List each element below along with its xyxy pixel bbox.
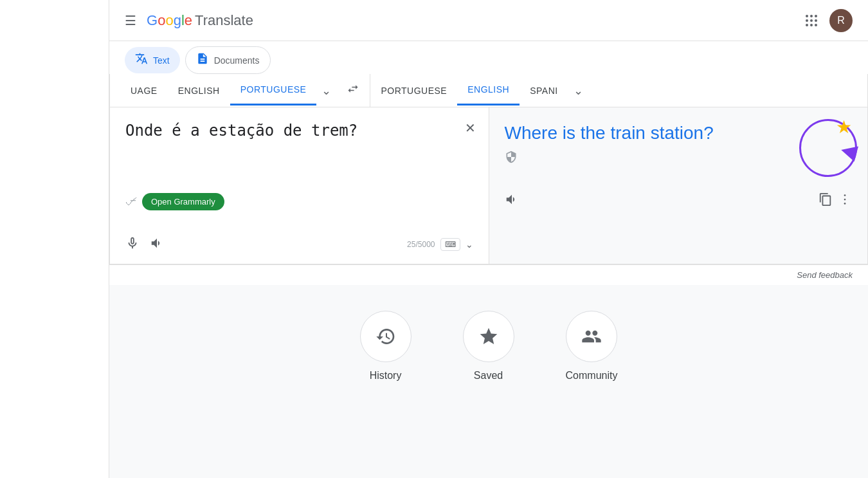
documents-icon (196, 52, 209, 68)
feedback-link[interactable]: Send feedback (797, 270, 853, 280)
logo-translate: Translate (195, 12, 253, 29)
grid-icon[interactable] (804, 13, 819, 28)
right-langs: PORTUGUESE ENGLISH SPANI ⌄ (370, 75, 588, 106)
tab-text[interactable]: Text (125, 47, 180, 73)
target-panel: Where is the train station? ★ ◀ (489, 107, 868, 264)
more-options-button[interactable] (838, 192, 852, 210)
tab-documents[interactable]: Documents (185, 46, 271, 74)
header-left: ☰ Google Translate (125, 12, 253, 29)
language-bar: UAGE ENGLISH PORTUGUESE ⌄ PORTUGUESE ENG… (110, 74, 867, 107)
saved-label: Saved (474, 370, 503, 381)
community-label: Community (566, 370, 618, 381)
svg-point-1 (810, 15, 813, 17)
avatar[interactable]: R (829, 9, 853, 32)
header: ☰ Google Translate R (0, 0, 868, 41)
listen-source-button[interactable] (150, 236, 164, 253)
svg-point-10 (844, 199, 846, 201)
grammarly-power-icon: ⍻ (125, 195, 137, 208)
header-right: R (804, 9, 853, 32)
target-footer-icons (818, 192, 852, 210)
main-content: UAGE ENGLISH PORTUGUESE ⌄ PORTUGUESE ENG… (109, 74, 868, 265)
tab-text-label: Text (153, 55, 170, 66)
menu-icon[interactable]: ☰ (125, 13, 136, 28)
lang-english-source[interactable]: ENGLISH (168, 77, 230, 105)
saved-circle (463, 311, 514, 362)
svg-point-5 (815, 19, 817, 22)
logo-google: Google (147, 12, 192, 29)
translation-panels: Onde é a estação de trem? ✕ ⍻ Open Gramm… (110, 107, 867, 264)
target-panel-footer (505, 192, 853, 210)
lang-detect[interactable]: UAGE (120, 77, 168, 105)
svg-point-6 (806, 24, 808, 26)
source-panel: Onde é a estação de trem? ✕ ⍻ Open Gramm… (110, 107, 489, 264)
tab-documents-label: Documents (214, 55, 260, 66)
microphone-button[interactable] (125, 236, 140, 253)
target-lang-dropdown[interactable]: ⌄ (568, 84, 588, 98)
keyboard-dropdown[interactable]: ⌄ (466, 239, 473, 250)
svg-point-9 (844, 194, 846, 196)
feedback-row: Send feedback (109, 265, 868, 285)
sidebar-strip (0, 0, 109, 478)
copy-button[interactable] (818, 192, 833, 210)
source-lang-dropdown[interactable]: ⌄ (316, 84, 336, 98)
community-circle (566, 311, 617, 362)
char-count: 25/5000 ⌨ ⌄ (407, 238, 473, 251)
keyboard-button[interactable]: ⌨ (440, 238, 460, 251)
svg-point-3 (806, 19, 808, 22)
svg-point-4 (810, 19, 813, 22)
logo: Google Translate (147, 12, 253, 29)
svg-point-2 (815, 15, 817, 17)
history-item[interactable]: History (360, 311, 411, 381)
svg-point-0 (806, 15, 808, 17)
lang-portuguese-source[interactable]: PORTUGUESE (230, 75, 317, 106)
listen-target-button[interactable] (505, 192, 519, 210)
source-footer-icons (125, 236, 164, 253)
lang-english-target[interactable]: ENGLISH (457, 75, 520, 106)
community-item[interactable]: Community (566, 311, 618, 381)
bottom-section: History Saved Community (109, 285, 868, 407)
grammarly-open-button[interactable]: Open Grammarly (142, 193, 224, 210)
translate-icon (135, 52, 148, 68)
lang-swap-button[interactable] (336, 82, 370, 98)
lang-portuguese-target[interactable]: PORTUGUESE (370, 77, 457, 105)
lang-spanish-target[interactable]: SPANI (520, 77, 568, 105)
svg-point-11 (844, 203, 846, 205)
svg-point-8 (815, 24, 817, 26)
clear-button[interactable]: ✕ (465, 120, 476, 136)
source-text-input[interactable]: Onde é a estação de trem? (125, 120, 473, 185)
saved-item[interactable]: Saved (463, 311, 514, 381)
svg-point-7 (810, 24, 813, 26)
tabs-bar: Text Documents (109, 41, 868, 74)
history-circle (360, 311, 411, 362)
history-label: History (370, 370, 402, 381)
char-count-text: 25/5000 (407, 240, 435, 249)
grammarly-bar: ⍻ Open Grammarly (125, 193, 473, 210)
shield-icon (505, 151, 853, 167)
star-icon[interactable]: ★ (836, 116, 852, 138)
translated-text: Where is the train station? (505, 120, 853, 145)
source-panel-footer: 25/5000 ⌨ ⌄ (125, 236, 473, 253)
